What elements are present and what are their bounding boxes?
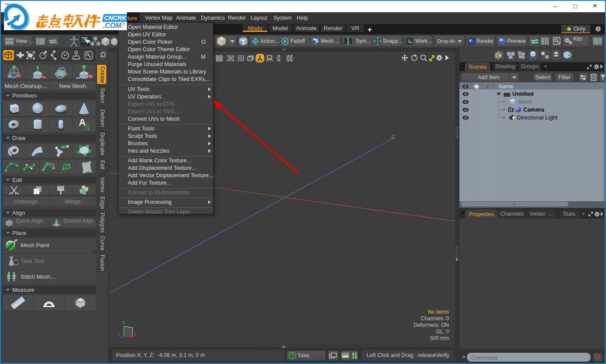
svg-text:CNCRK: CNCRK <box>104 14 126 21</box>
svg-text:&: & <box>84 122 91 132</box>
svg-text:.COM: .COM <box>103 22 121 29</box>
